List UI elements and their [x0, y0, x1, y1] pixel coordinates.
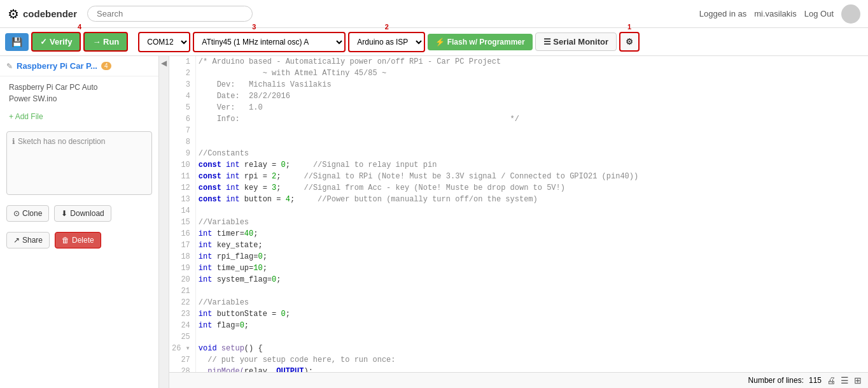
line-number: 9 [169, 148, 195, 159]
project-title[interactable]: Raspberry Pi Car P... [17, 61, 97, 71]
board-section: 3 ATtiny45 (1 MHz internal osc) A [193, 32, 346, 52]
com-port-select[interactable]: COM12 [138, 32, 190, 52]
code-line [195, 285, 868, 297]
delete-button[interactable]: 🗑 Delete [55, 232, 101, 248]
code-line: // put your setup code here, to run once… [195, 354, 868, 366]
code-line: Ver: 1.0 [195, 102, 868, 113]
save-button[interactable]: 💾 [5, 33, 29, 51]
editor-area: 1/* Arduino based - Automatically power … [169, 56, 868, 388]
code-line: //Variables [195, 217, 868, 228]
line-number: 21 [169, 285, 195, 297]
filename-line2: Power SW.ino [9, 94, 57, 103]
clone-icon: ⊙ [13, 209, 20, 218]
line-number: 20 [169, 274, 195, 285]
logout-link[interactable]: Log Out [804, 9, 834, 18]
code-line: Date: 28/2/2016 [195, 90, 868, 102]
line-number: 26 ▾ [169, 343, 195, 354]
line-number: 5 [169, 102, 195, 113]
avatar [841, 4, 860, 24]
line-count-label: Number of lines: [748, 376, 804, 385]
filename-area: Raspberry Pi Car PC Auto Power SW.ino [0, 76, 158, 110]
code-line [195, 331, 868, 343]
line-number: 27 [169, 354, 195, 366]
code-line: int buttonState = 0; [195, 308, 868, 320]
programmer-select[interactable]: Arduino as ISP [348, 32, 425, 52]
num2-label: 2 [385, 23, 389, 31]
line-number: 14 [169, 205, 195, 217]
top-navbar: ⚙ codebender Logged in as mi.vasilakis L… [0, 0, 868, 28]
code-line: const int key = 3; //Signal from Acc - k… [195, 182, 868, 194]
project-badge: 4 [101, 62, 111, 70]
collapse-handle[interactable]: ◀ [159, 56, 169, 388]
share-button[interactable]: ↗ Share [6, 232, 50, 248]
line-number: 11 [169, 171, 195, 182]
grid-icon[interactable]: ⊞ [854, 375, 862, 385]
run-button[interactable]: → Run [83, 32, 128, 52]
code-line: //Variables [195, 297, 868, 308]
code-table: 1/* Arduino based - Automatically power … [169, 56, 868, 372]
line-number: 22 [169, 297, 195, 308]
description-text: Sketch has no description [18, 137, 105, 146]
line-number: 18 [169, 251, 195, 262]
code-line: int time_up=10; [195, 262, 868, 274]
line-number: 6 [169, 113, 195, 125]
add-file-button[interactable]: + Add File [0, 110, 158, 126]
sidebar-actions: ⊙ Clone ⬇ Download [0, 200, 158, 227]
username-link[interactable]: mi.vasilakis [754, 9, 796, 18]
line-number: 17 [169, 240, 195, 251]
code-editor[interactable]: 1/* Arduino based - Automatically power … [169, 56, 868, 372]
line-number: 10 [169, 159, 195, 171]
code-line: //Constants [195, 148, 868, 159]
line-number: 28 [169, 366, 195, 372]
num4-label: 4 [78, 23, 81, 31]
list-icon[interactable]: ☰ [841, 375, 849, 385]
code-line: ~ with Atmel ATtiny 45/85 ~ [195, 68, 868, 79]
code-line: const int relay = 0; //Signal to relay i… [195, 159, 868, 171]
code-line: int flag=0; [195, 320, 868, 331]
programmer-section: 2 Arduino as ISP [348, 32, 425, 52]
code-line: int system_flag=0; [195, 274, 868, 285]
settings-button[interactable]: ⚙ [619, 32, 640, 52]
clone-button[interactable]: ⊙ Clone [6, 205, 49, 222]
line-number: 2 [169, 68, 195, 79]
filename-line1: Raspberry Pi Car PC Auto [9, 83, 97, 92]
sidebar-actions2: ↗ Share 🗑 Delete [0, 227, 158, 254]
line-number: 24 [169, 320, 195, 331]
flash-button[interactable]: ⚡ Flash w/ Programmer [428, 34, 532, 50]
toolbar: 💾 4 ✓ Verify → Run COM12 3 ATtiny45 (1 M… [0, 28, 868, 56]
info-icon: ℹ [12, 137, 15, 146]
main-layout: ✎ Raspberry Pi Car P... 4 Raspberry Pi C… [0, 56, 868, 388]
settings-section: 1 ⚙ [619, 32, 640, 52]
code-line: int rpi_flag=0; [195, 251, 868, 262]
description-box[interactable]: ℹSketch has no description [6, 131, 152, 195]
code-line: pinMode(relay, OUTPUT); [195, 366, 868, 372]
code-line: const int button = 4; //Power button (ma… [195, 194, 868, 205]
download-button[interactable]: ⬇ Download [54, 205, 111, 222]
check-icon: ✓ [40, 37, 47, 47]
code-line: void setup() { [195, 343, 868, 354]
board-select[interactable]: ATtiny45 (1 MHz internal osc) A [193, 32, 346, 52]
code-line [195, 125, 868, 136]
save-icon: 💾 [11, 37, 22, 47]
num1-label: 1 [627, 23, 631, 31]
line-number: 8 [169, 136, 195, 148]
verify-section: 4 ✓ Verify → Run [31, 32, 128, 52]
trash-icon: 🗑 [62, 236, 69, 245]
verify-button[interactable]: ✓ Verify [31, 32, 81, 52]
serial-button[interactable]: ☰ Serial Monitor [535, 32, 617, 51]
sidebar-header: ✎ Raspberry Pi Car P... 4 [0, 56, 158, 76]
nav-right: Logged in as mi.vasilakis Log Out [699, 4, 860, 24]
num3-label: 3 [252, 23, 256, 31]
code-line: int key_state; [195, 240, 868, 251]
line-number: 15 [169, 217, 195, 228]
sketch-icon: ✎ [6, 62, 13, 71]
share-icon: ↗ [13, 236, 20, 245]
code-line: /* Arduino based - Automatically power o… [195, 56, 868, 68]
print-icon[interactable]: 🖨 [827, 375, 836, 385]
search-input[interactable] [87, 6, 253, 22]
line-number: 19 [169, 262, 195, 274]
code-line: Info: */ [195, 113, 868, 125]
flash-section: ⚡ Flash w/ Programmer [428, 34, 532, 50]
save-section: 💾 [5, 33, 29, 51]
com-section: COM12 [138, 32, 190, 52]
